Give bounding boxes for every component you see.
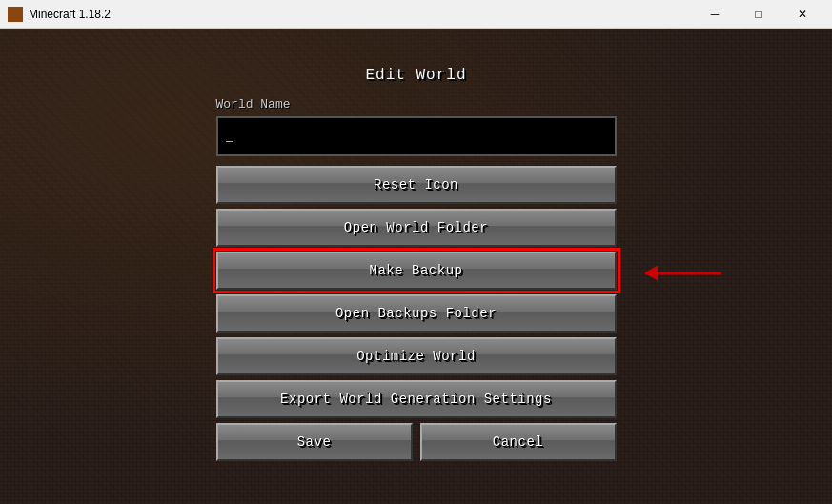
- main-content: Edit World World Name Reset Icon Open Wo…: [0, 29, 832, 504]
- open-backups-folder-button[interactable]: Open Backups Folder: [216, 294, 617, 333]
- window-title: Minecraft 1.18.2: [29, 8, 693, 21]
- bottom-button-row: Save Cancel: [216, 423, 617, 466]
- app-icon: [8, 7, 23, 22]
- dialog-title: Edit World: [216, 67, 617, 84]
- window-controls: ─ □ ✕: [693, 0, 824, 29]
- cancel-button[interactable]: Cancel: [420, 423, 617, 461]
- reset-icon-button[interactable]: Reset Icon: [216, 166, 617, 204]
- titlebar: Minecraft 1.18.2 ─ □ ✕: [0, 0, 832, 29]
- world-name-input[interactable]: [216, 116, 617, 156]
- make-backup-button[interactable]: Make Backup: [216, 252, 617, 290]
- world-name-label: World Name: [216, 97, 617, 111]
- maximize-button[interactable]: □: [737, 0, 781, 29]
- make-backup-wrapper: Make Backup: [216, 252, 617, 294]
- export-world-gen-button[interactable]: Export World Generation Settings: [216, 380, 617, 418]
- close-button[interactable]: ✕: [781, 0, 824, 29]
- minimize-button[interactable]: ─: [693, 0, 737, 29]
- arrow-line: [645, 272, 721, 274]
- arrow-annotation: [645, 272, 721, 274]
- save-button[interactable]: Save: [216, 423, 413, 461]
- edit-world-dialog: Edit World World Name Reset Icon Open Wo…: [216, 67, 617, 466]
- open-world-folder-button[interactable]: Open World Folder: [216, 209, 617, 247]
- optimize-world-button[interactable]: Optimize World: [216, 337, 617, 375]
